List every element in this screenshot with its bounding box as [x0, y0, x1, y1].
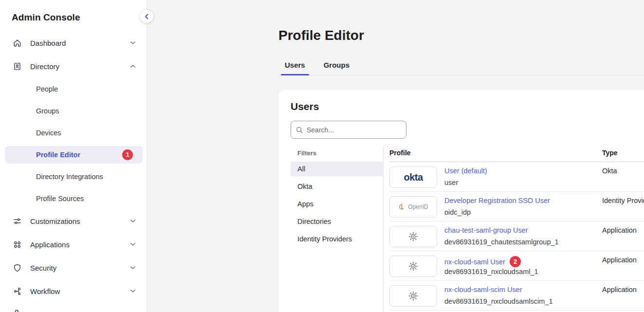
search-input[interactable] — [307, 126, 401, 134]
profile-link-label: Developer Registration SSO User — [444, 197, 550, 204]
panel-title: Users — [291, 101, 319, 112]
chevron-down-icon — [130, 242, 136, 246]
profile-link-label: User (default) — [444, 167, 487, 175]
profile-link-nx-cloud-saml-scim[interactable]: nx-cloud-saml-scim User — [444, 286, 522, 294]
profile-type: Okta — [602, 167, 617, 175]
column-header-type: Type — [602, 149, 618, 157]
sliders-icon — [13, 217, 22, 226]
profile-type: Identity Provider — [602, 197, 644, 204]
sidebar-item-security[interactable]: Security — [0, 256, 147, 279]
profile-id: user — [444, 179, 458, 186]
sidebar-item-profile-editor[interactable]: Profile Editor 1 — [0, 144, 147, 165]
profile-link-nx-cloud-saml[interactable]: nx-cloud-saml User 2 — [444, 256, 521, 267]
main-content: Profile Editor Users Groups Users Filter… — [147, 0, 644, 312]
filters-heading: Filters — [291, 146, 383, 160]
app-logo-box — [389, 285, 437, 307]
openid-logo-text: OpenID — [408, 203, 428, 210]
sidebar-item-label: Customizations — [30, 217, 130, 225]
sidebar-item-label: Profile Sources — [36, 195, 133, 202]
filter-label: Directories — [297, 218, 331, 225]
filter-label: All — [297, 165, 305, 173]
profile-link-label: nx-cloud-saml User — [444, 258, 505, 266]
sidebar-nav: Dashboard Directory People Groups Device… — [0, 31, 147, 303]
okta-logo-text: okta — [404, 172, 423, 183]
filter-label: Okta — [297, 183, 313, 190]
directory-submenu: People Groups Devices Profile Editor 1 D… — [0, 78, 147, 209]
users-panel: Users Filters All Okta Apps Directories … — [278, 90, 644, 312]
tab-bar: Users Groups — [281, 60, 353, 75]
profile-link-user-default[interactable]: User (default) — [444, 167, 487, 175]
sidebar-collapse-button[interactable] — [140, 10, 153, 23]
profile-id: dev86931619_nxcloudsaml_1 — [444, 268, 538, 275]
sidebar-item-label: Workflow — [30, 287, 130, 295]
profile-type: Application — [602, 256, 637, 264]
page-title: Profile Editor — [278, 28, 364, 43]
sidebar-item-label: Applications — [30, 240, 130, 249]
gear-icon — [408, 261, 419, 272]
filter-all[interactable]: All — [291, 160, 383, 178]
home-icon — [13, 38, 22, 48]
sidebar-item-label: Groups — [36, 107, 133, 115]
sidebar-item-customizations[interactable]: Customizations — [0, 209, 147, 233]
profiles-table: Profile Type okta User (default) user Ok… — [389, 146, 644, 311]
table-row: chau-test-saml-group User dev86931619_ch… — [389, 221, 644, 251]
gear-icon — [408, 231, 419, 242]
filter-label: Apps — [297, 200, 313, 208]
sidebar-item-applications[interactable]: Applications — [0, 233, 147, 256]
chevron-down-icon — [130, 41, 136, 45]
partial-sidebar-icon — [13, 307, 20, 312]
apps-grid-icon — [13, 240, 22, 249]
gear-icon — [408, 291, 419, 301]
sidebar-item-label: Directory Integrations — [36, 173, 133, 181]
sidebar-item-label: People — [36, 85, 133, 93]
sidebar-item-dashboard[interactable]: Dashboard — [0, 31, 147, 55]
filter-identity-providers[interactable]: Identity Providers — [291, 230, 383, 248]
shield-icon — [13, 263, 22, 273]
filter-apps[interactable]: Apps — [291, 195, 383, 213]
profile-link-label: chau-test-saml-group User — [444, 226, 528, 234]
table-row: okta User (default) user Okta — [389, 162, 644, 192]
profile-link-chau-test-saml-group[interactable]: chau-test-saml-group User — [444, 226, 528, 234]
sidebar: Admin Console Dashboard Directory People — [0, 0, 147, 312]
sidebar-item-workflow[interactable]: Workflow — [0, 279, 147, 303]
table-row: nx-cloud-saml User 2 dev86931619_nxcloud… — [389, 251, 644, 281]
workflow-icon — [13, 287, 22, 296]
filters-panel: Filters All Okta Apps Directories Identi… — [291, 146, 383, 248]
sidebar-item-groups[interactable]: Groups — [0, 100, 147, 122]
chevron-down-icon — [130, 219, 136, 223]
okta-logo: okta — [389, 166, 437, 188]
table-row: nx-cloud-saml-scim User dev86931619_nxcl… — [389, 281, 644, 311]
step-1-badge: 1 — [122, 149, 133, 160]
chevron-down-icon — [130, 266, 136, 270]
app-title: Admin Console — [0, 0, 147, 23]
id-badge-icon — [13, 62, 22, 71]
chevron-up-icon — [130, 64, 136, 68]
sidebar-item-label: Security — [30, 264, 130, 272]
sidebar-item-directory[interactable]: Directory — [0, 55, 147, 78]
chevron-left-icon — [145, 14, 149, 19]
filter-okta[interactable]: Okta — [291, 178, 383, 195]
profile-link-label: nx-cloud-saml-scim User — [444, 286, 522, 294]
app-logo-box — [389, 226, 437, 247]
step-2-badge: 2 — [510, 256, 521, 267]
sidebar-item-profile-sources[interactable]: Profile Sources — [0, 187, 147, 209]
table-header: Profile Type — [389, 146, 644, 162]
profile-id: oidc_idp — [444, 208, 471, 216]
sidebar-item-devices[interactable]: Devices — [0, 122, 147, 144]
tab-users[interactable]: Users — [281, 60, 309, 75]
search-icon — [296, 127, 303, 133]
profile-type: Application — [602, 286, 637, 294]
search-box — [291, 121, 406, 139]
filter-directories[interactable]: Directories — [291, 213, 383, 230]
sidebar-item-people[interactable]: People — [0, 78, 147, 100]
tab-groups[interactable]: Groups — [320, 60, 353, 75]
openid-logo: OpenID — [389, 196, 437, 218]
profile-id: dev86931619_chautestsamlgroup_1 — [444, 238, 559, 246]
sidebar-item-directory-integrations[interactable]: Directory Integrations — [0, 165, 147, 187]
column-header-profile: Profile — [389, 149, 411, 157]
app-logo-box — [389, 256, 437, 277]
profile-type: Application — [602, 226, 637, 234]
sidebar-item-label: Devices — [36, 129, 133, 137]
profile-link-developer-registration-sso[interactable]: Developer Registration SSO User — [444, 197, 550, 204]
sidebar-item-label: Directory — [30, 62, 130, 71]
